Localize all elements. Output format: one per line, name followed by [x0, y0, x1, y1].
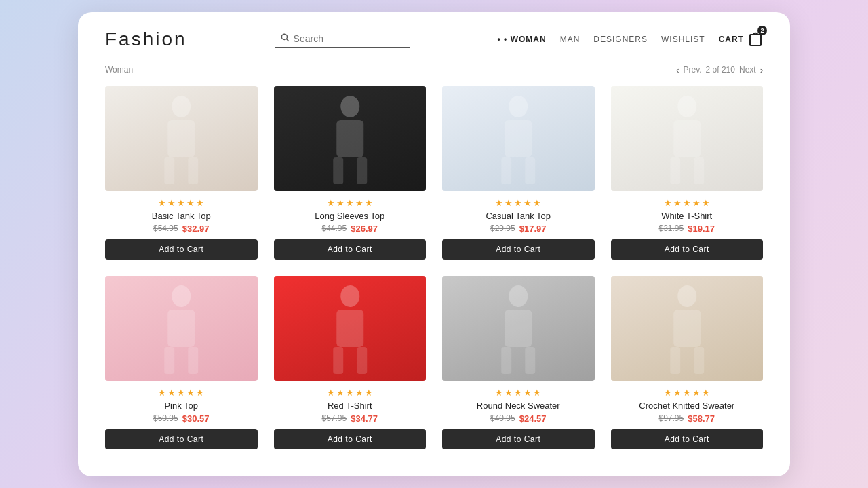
svg-rect-9: [333, 157, 343, 184]
add-to-cart-button-5[interactable]: Add to Cart: [105, 429, 258, 449]
svg-rect-22: [188, 347, 198, 374]
svg-rect-24: [336, 310, 363, 347]
nav-wishlist[interactable]: WISHLIST: [661, 35, 705, 44]
svg-point-3: [172, 96, 191, 117]
price-original-4: $31.95: [659, 224, 684, 233]
product-prices-6: $57.95 $34.77: [322, 413, 378, 424]
svg-rect-29: [501, 347, 511, 374]
add-to-cart-button-7[interactable]: Add to Cart: [442, 429, 595, 449]
price-sale-1: $32.97: [182, 224, 210, 234]
add-to-cart-button-2[interactable]: Add to Cart: [274, 239, 427, 260]
add-to-cart-button-8[interactable]: Add to Cart: [611, 429, 764, 449]
product-stars-3: ★ ★ ★ ★ ★: [495, 198, 541, 208]
add-to-cart-button-1[interactable]: Add to Cart: [105, 239, 258, 260]
svg-rect-10: [357, 157, 367, 184]
svg-rect-2: [750, 35, 761, 45]
svg-rect-13: [501, 157, 511, 184]
price-sale-2: $26.97: [351, 224, 378, 234]
product-card-8: ★ ★ ★ ★ ★ Crochet Knitted Sweater $97.95…: [611, 276, 764, 449]
product-figure-5: [105, 276, 258, 381]
svg-point-7: [340, 96, 359, 117]
sub-header: Woman ‹ Prev. 2 of 210 Next ›: [105, 61, 763, 86]
product-image-2: [274, 86, 427, 191]
product-name-3: Casual Tank Top: [486, 211, 551, 221]
main-container: Fashion • WOMAN MAN DESIGNERS WISHLIST C…: [78, 12, 790, 476]
svg-rect-12: [505, 120, 532, 157]
page-info: 2 of 210: [706, 65, 735, 75]
svg-rect-26: [357, 347, 367, 374]
product-figure-4: [611, 86, 764, 191]
product-prices-3: $29.95 $17.97: [490, 224, 546, 234]
product-image-7: [442, 276, 595, 381]
cart-button[interactable]: CART 2: [719, 29, 763, 49]
product-card-5: ★ ★ ★ ★ ★ Pink Top $50.95 $30.57 Add to …: [105, 276, 258, 449]
price-sale-7: $24.57: [519, 413, 547, 424]
product-name-4: White T-Shirt: [661, 211, 712, 221]
product-stars-8: ★ ★ ★ ★ ★: [664, 388, 710, 398]
product-figure-2: [274, 86, 427, 191]
price-original-7: $40.95: [490, 413, 515, 423]
svg-rect-25: [333, 347, 343, 374]
product-image-8: [611, 276, 764, 381]
svg-line-1: [286, 39, 288, 41]
svg-point-31: [677, 285, 696, 307]
product-card-2: ★ ★ ★ ★ ★ Long Sleeves Top $44.95 $26.97…: [274, 86, 427, 260]
nav-links: • WOMAN MAN DESIGNERS WISHLIST CART 2: [498, 29, 763, 49]
product-card-7: ★ ★ ★ ★ ★ Round Neck Sweater $40.95 $24.…: [442, 276, 595, 449]
breadcrumb: Woman: [105, 65, 133, 75]
svg-rect-30: [525, 347, 535, 374]
product-stars-7: ★ ★ ★ ★ ★: [495, 388, 541, 398]
svg-point-27: [509, 285, 528, 307]
product-card-6: ★ ★ ★ ★ ★ Red T-Shirt $57.95 $34.77 Add …: [274, 276, 427, 449]
header: Fashion • WOMAN MAN DESIGNERS WISHLIST C…: [105, 28, 763, 61]
nav-man[interactable]: MAN: [560, 35, 580, 44]
price-sale-3: $17.97: [519, 224, 547, 234]
product-prices-8: $97.95 $58.77: [659, 413, 715, 424]
svg-point-11: [509, 96, 528, 117]
brand-logo: Fashion: [105, 28, 187, 50]
product-card-3: ★ ★ ★ ★ ★ Casual Tank Top $29.95 $17.97 …: [442, 86, 595, 260]
next-arrow[interactable]: ›: [760, 65, 763, 75]
search-bar[interactable]: [275, 30, 410, 48]
next-label[interactable]: Next: [739, 65, 756, 75]
price-sale-6: $34.77: [351, 413, 378, 424]
price-sale-8: $58.77: [688, 413, 715, 424]
svg-rect-32: [673, 310, 701, 347]
add-to-cart-button-6[interactable]: Add to Cart: [274, 429, 427, 449]
svg-rect-34: [694, 347, 704, 374]
price-original-8: $97.95: [659, 413, 684, 423]
add-to-cart-button-4[interactable]: Add to Cart: [611, 239, 764, 260]
prev-label[interactable]: Prev.: [683, 65, 701, 75]
svg-rect-16: [673, 120, 701, 157]
svg-rect-5: [164, 157, 174, 184]
nav-woman[interactable]: • WOMAN: [498, 35, 547, 44]
product-stars-4: ★ ★ ★ ★ ★: [664, 198, 710, 208]
price-original-2: $44.95: [322, 224, 347, 233]
price-sale-4: $19.17: [688, 224, 715, 234]
svg-rect-21: [164, 347, 174, 374]
svg-rect-33: [670, 347, 680, 374]
add-to-cart-button-3[interactable]: Add to Cart: [442, 239, 595, 260]
pagination: ‹ Prev. 2 of 210 Next ›: [676, 65, 763, 75]
price-original-6: $57.95: [322, 413, 347, 423]
svg-rect-14: [525, 157, 535, 184]
product-stars-6: ★ ★ ★ ★ ★: [327, 388, 373, 398]
search-input[interactable]: [294, 33, 402, 44]
svg-rect-28: [505, 310, 532, 347]
product-card-1: ★ ★ ★ ★ ★ Basic Tank Top $54.95 $32.97 A…: [105, 86, 258, 260]
prev-arrow[interactable]: ‹: [676, 65, 679, 75]
svg-rect-18: [694, 157, 704, 184]
product-image-1: [105, 86, 258, 191]
svg-rect-20: [167, 310, 195, 347]
product-prices-2: $44.95 $26.97: [322, 224, 378, 234]
product-figure-7: [442, 276, 595, 381]
svg-rect-17: [670, 157, 680, 184]
product-prices-1: $54.95 $32.97: [153, 224, 209, 234]
product-prices-4: $31.95 $19.17: [659, 224, 715, 234]
product-prices-5: $50.95 $30.57: [153, 413, 209, 424]
product-image-6: [274, 276, 427, 381]
product-grid: ★ ★ ★ ★ ★ Basic Tank Top $54.95 $32.97 A…: [105, 86, 763, 449]
svg-rect-8: [336, 120, 363, 157]
product-figure-6: [274, 276, 427, 381]
nav-designers[interactable]: DESIGNERS: [593, 35, 648, 44]
